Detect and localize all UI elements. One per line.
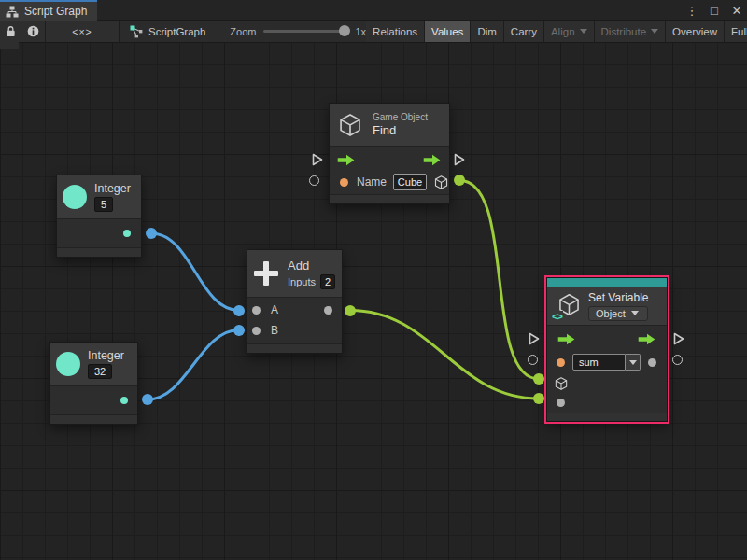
wire-endpoint-add-b[interactable] xyxy=(233,325,245,336)
add-input-a-port[interactable] xyxy=(252,306,261,315)
wire-endpoint-add-a[interactable] xyxy=(233,305,245,316)
carry-button[interactable]: Carry xyxy=(504,21,543,42)
node-title: Add xyxy=(288,259,335,273)
info-button[interactable] xyxy=(21,21,45,42)
target-object-port-cube-icon[interactable] xyxy=(554,376,569,391)
wire-endpoint-integer32[interactable] xyxy=(142,394,153,405)
distribute-button[interactable]: Distribute xyxy=(595,21,666,42)
find-flow-row xyxy=(330,148,449,171)
variable-name-dropdown-button[interactable] xyxy=(626,354,641,371)
zoom-slider-handle[interactable] xyxy=(339,25,350,36)
chevron-down-icon xyxy=(631,311,639,315)
integer-value-field[interactable]: 5 xyxy=(94,197,113,212)
wire-find-to-setvariable-object[interactable] xyxy=(460,181,540,380)
wire-endpoint-setvariable-value[interactable] xyxy=(533,393,544,404)
fullscreen-button[interactable]: Full Screen xyxy=(725,21,747,42)
wire-integer32-to-add-b[interactable] xyxy=(148,330,239,400)
variable-name-port[interactable] xyxy=(557,358,565,367)
add-row-b: B xyxy=(247,320,342,341)
name-value-field[interactable]: Cube xyxy=(393,174,427,190)
node-add[interactable]: Add Inputs 2 A B xyxy=(247,249,343,354)
edit-graph-button[interactable]: <×> xyxy=(46,21,119,42)
setvariable-value-row xyxy=(547,393,667,413)
chevron-down-icon xyxy=(580,29,587,34)
inputs-label: Inputs xyxy=(288,276,316,287)
add-footer xyxy=(247,343,342,353)
add-input-b-port[interactable] xyxy=(252,327,261,335)
code-brackets-icon: <> xyxy=(551,311,563,322)
setvariable-kind-strip xyxy=(547,278,667,287)
tab-script-graph[interactable]: Script Graph xyxy=(0,0,97,21)
info-icon xyxy=(27,25,39,37)
maximize-icon[interactable]: □ xyxy=(708,4,721,18)
variable-scope-dropdown[interactable]: Object xyxy=(588,306,648,321)
setvariable-body: sum xyxy=(547,325,667,413)
add-body: A B xyxy=(247,297,342,343)
chevron-down-icon xyxy=(651,29,658,34)
script-graph-window: Script Graph ⋮ □ ✕ xyxy=(0,0,747,560)
flow-out-arrow-icon[interactable] xyxy=(423,154,442,166)
wire-endpoint-add-output[interactable] xyxy=(345,305,356,316)
setvariable-value-port[interactable] xyxy=(557,399,565,407)
wire-add-to-setvariable-value[interactable] xyxy=(350,311,539,399)
flow-in-arrow-icon[interactable] xyxy=(557,333,577,345)
toolbar-main: ScriptGraph Zoom 1x Relations Values Dim xyxy=(120,21,747,42)
inputs-count-field[interactable]: 2 xyxy=(320,274,335,289)
wire-integer5-to-add-a[interactable] xyxy=(151,233,239,311)
name-label: Name xyxy=(357,175,387,189)
relations-button[interactable]: Relations xyxy=(366,21,424,42)
setvariable-output-port[interactable] xyxy=(648,358,656,367)
find-flow-in-outer-port[interactable] xyxy=(312,153,323,170)
add-output-port[interactable] xyxy=(324,306,332,315)
values-label: Values xyxy=(431,26,463,37)
zoom-label: Zoom xyxy=(230,26,256,37)
wire-endpoint-setvariable-object[interactable] xyxy=(533,373,544,385)
integer-value-field[interactable]: 32 xyxy=(88,364,112,379)
node-find[interactable]: Game Object Find Name Cube xyxy=(329,103,450,204)
graph-canvas[interactable]: Integer 5 Integer 32 xyxy=(0,42,747,560)
find-name-input-port[interactable] xyxy=(340,178,348,187)
close-icon[interactable]: ✕ xyxy=(730,4,743,18)
window-controls: ⋮ □ ✕ xyxy=(685,0,743,21)
node-integer-5[interactable]: Integer 5 xyxy=(56,175,142,258)
set-variable-icon: <> xyxy=(554,292,582,320)
find-flow-out-outer-port[interactable] xyxy=(454,153,465,170)
integer32-output-port[interactable] xyxy=(120,397,128,404)
integer5-output-port[interactable] xyxy=(123,230,131,237)
flow-out-arrow-icon[interactable] xyxy=(637,333,657,345)
dim-button[interactable]: Dim xyxy=(471,21,502,42)
integer-type-icon xyxy=(56,352,80,376)
graph-name-label: ScriptGraph xyxy=(148,26,205,37)
align-button[interactable]: Align xyxy=(544,21,594,42)
integer-type-icon xyxy=(63,185,87,209)
zoom-slider[interactable] xyxy=(263,30,347,33)
overview-button[interactable]: Overview xyxy=(666,21,724,42)
find-name-outer-port[interactable] xyxy=(309,175,319,186)
values-button[interactable]: Values xyxy=(425,21,470,42)
scope-value: Object xyxy=(596,308,626,319)
lock-button[interactable] xyxy=(0,21,21,42)
find-body: Name Cube xyxy=(330,146,449,194)
node-set-variable[interactable]: <> Set Variable Object xyxy=(546,277,668,422)
node-integer-32[interactable]: Integer 32 xyxy=(49,342,138,425)
integer5-body xyxy=(57,218,141,247)
flow-in-arrow-icon[interactable] xyxy=(337,154,356,166)
chevron-down-icon xyxy=(629,360,637,365)
setvariable-flow-in-outer-port[interactable] xyxy=(529,332,540,349)
graph-hierarchy-icon xyxy=(6,6,19,18)
zoom-value: 1x xyxy=(355,26,366,37)
setvariable-name-outer-port[interactable] xyxy=(528,355,538,365)
add-icon xyxy=(253,260,279,287)
window-menu-icon[interactable]: ⋮ xyxy=(685,4,698,18)
variable-name-dropdown[interactable]: sum xyxy=(572,354,641,371)
hollow-triangle-icon xyxy=(312,153,323,166)
wire-endpoint-integer5[interactable] xyxy=(146,228,157,239)
setvariable-flow-out-outer-port[interactable] xyxy=(673,332,684,349)
lock-icon xyxy=(6,25,16,37)
node-category: Game Object xyxy=(373,112,428,122)
wire-endpoint-find-output[interactable] xyxy=(454,175,465,186)
setvariable-output-outer-port[interactable] xyxy=(672,355,683,365)
find-result-port-cube-icon[interactable] xyxy=(433,175,449,190)
variable-name-field[interactable]: sum xyxy=(572,354,626,371)
setvariable-flow-row xyxy=(547,328,667,351)
